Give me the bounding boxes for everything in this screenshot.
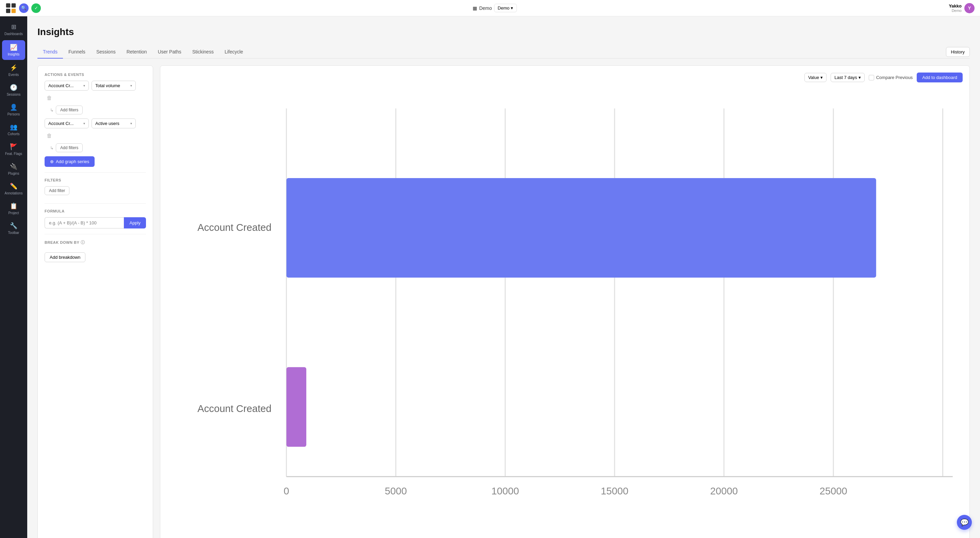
series-a-add-filter-button[interactable]: Add filters <box>56 105 83 114</box>
right-panel: Value ▾ Last 7 days ▾ Compare Previous A… <box>160 65 970 538</box>
series-a-metric-dropdown[interactable]: Total volume ▾ <box>92 81 136 91</box>
chevron-down-icon: ▾ <box>859 75 861 80</box>
sidebar-item-dashboards[interactable]: ⊞ Dashboards <box>0 20 27 40</box>
tab-lifecycle[interactable]: Lifecycle <box>219 46 248 59</box>
sidebar-item-insights[interactable]: 📈 Insights <box>2 40 25 60</box>
svg-rect-3 <box>11 8 16 13</box>
actions-events-title: ACTIONS & EVENTS <box>45 72 146 77</box>
x-label-0: 0 <box>284 485 289 496</box>
toolbar-icon: 🔧 <box>10 222 18 230</box>
cohorts-icon: 👥 <box>10 123 18 131</box>
arrow-icon: ↳ <box>50 145 54 150</box>
series-b-event-label: Account Cr... <box>48 121 73 126</box>
chart-controls: Value ▾ Last 7 days ▾ Compare Previous A… <box>167 72 963 82</box>
x-label-15000: 15000 <box>601 485 628 496</box>
value-label: Value <box>808 75 819 80</box>
history-button[interactable]: History <box>946 47 970 57</box>
sidebar-label-annotations: Annotations <box>5 192 23 195</box>
app-body: ⊞ Dashboards 📈 Insights ⚡ Events 🕐 Sessi… <box>0 16 980 538</box>
series-a-event-label: Account Cr... <box>48 83 73 88</box>
sidebar-label-project: Project <box>8 211 19 215</box>
sidebar-item-cohorts[interactable]: 👥 Cohorts <box>0 120 27 140</box>
chevron-down-icon: ▾ <box>83 121 85 125</box>
divider-3 <box>45 234 146 234</box>
chat-button[interactable]: 💬 <box>957 515 972 530</box>
series-a-event-dropdown[interactable]: Account Cr... ▾ <box>45 81 89 91</box>
project-icon: ▦ <box>473 5 477 11</box>
tab-funnels[interactable]: Funnels <box>63 46 91 59</box>
sidebar-item-annotations[interactable]: ✏️ Annotations <box>0 179 27 199</box>
sidebar-label-plugins: Plugins <box>8 172 19 176</box>
compare-previous-label[interactable]: Compare Previous <box>869 75 913 80</box>
user-name: Yakko <box>949 3 962 8</box>
x-label-5000: 5000 <box>385 485 407 496</box>
chevron-down-icon: ▾ <box>130 121 132 125</box>
project-dropdown[interactable]: Demo ▾ <box>494 4 517 12</box>
chevron-down-icon: ▾ <box>130 84 132 88</box>
formula-input[interactable] <box>45 217 124 228</box>
series-a-delete-button[interactable]: 🗑 <box>45 93 54 103</box>
tab-stickiness[interactable]: Stickiness <box>187 46 219 59</box>
sidebar-item-plugins[interactable]: 🔌 Plugins <box>0 160 27 179</box>
search-button[interactable]: 🔍 <box>19 3 29 13</box>
sidebar-item-events[interactable]: ⚡ Events <box>0 61 27 80</box>
series-b-add-filter-button[interactable]: Add filters <box>56 144 83 152</box>
insights-icon: 📈 <box>10 43 18 51</box>
series-b-metric-dropdown[interactable]: Active users ▾ <box>92 118 136 128</box>
avatar[interactable]: Y <box>964 3 975 13</box>
arrow-icon: ↳ <box>50 108 54 113</box>
x-label-10000: 10000 <box>492 485 519 496</box>
sidebar: ⊞ Dashboards 📈 Insights ⚡ Events 🕐 Sessi… <box>0 16 27 538</box>
period-label: Last 7 days <box>834 75 857 80</box>
series-a-filter-row: ↳ Add filters <box>50 105 146 114</box>
tab-retention[interactable]: Retention <box>121 46 153 59</box>
tab-sessions[interactable]: Sessions <box>91 46 121 59</box>
page-title: Insights <box>37 27 970 37</box>
add-series-button[interactable]: ⊕ Add graph series <box>45 156 95 167</box>
sidebar-item-sessions[interactable]: 🕐 Sessions <box>0 80 27 100</box>
value-dropdown[interactable]: Value ▾ <box>804 73 827 82</box>
bar-series-b <box>286 367 306 447</box>
app-logo <box>5 3 16 14</box>
sidebar-item-persons[interactable]: 👤 Persons <box>0 100 27 120</box>
tab-trends[interactable]: Trends <box>37 46 63 59</box>
annotations-icon: ✏️ <box>10 182 18 190</box>
main-content: Insights Trends Funnels Sessions Retenti… <box>27 16 980 538</box>
project-name: Demo <box>479 5 492 11</box>
svg-rect-2 <box>6 8 10 13</box>
content-panel: ACTIONS & EVENTS Account Cr... ▾ Total v… <box>37 65 970 538</box>
add-to-dashboard-button[interactable]: Add to dashboard <box>917 72 963 82</box>
chevron-down-icon: ▾ <box>83 84 85 88</box>
project-icon: 📋 <box>10 202 18 210</box>
add-breakdown-button[interactable]: Add breakdown <box>45 252 86 262</box>
svg-rect-1 <box>11 3 16 7</box>
series-a-metric-label: Total volume <box>95 83 120 88</box>
compare-previous-text: Compare Previous <box>876 75 913 80</box>
add-filter-button[interactable]: Add filter <box>45 186 69 195</box>
series-b-delete-button[interactable]: 🗑 <box>45 131 54 140</box>
check-button[interactable]: ✓ <box>31 3 41 13</box>
topbar-center: ▦ Demo Demo ▾ <box>473 4 517 12</box>
tab-user-paths[interactable]: User Paths <box>153 46 187 59</box>
plugins-icon: 🔌 <box>10 163 18 170</box>
apply-button[interactable]: Apply <box>124 217 146 228</box>
topbar-right: Yakko Demo Y <box>949 3 975 13</box>
tabs: Trends Funnels Sessions Retention User P… <box>37 46 970 59</box>
y-label-a: Account Created <box>197 222 272 233</box>
sidebar-item-project[interactable]: 📋 Project <box>0 199 27 219</box>
series-b-event-dropdown[interactable]: Account Cr... ▾ <box>45 118 89 128</box>
topbar: 🔍 ✓ ▦ Demo Demo ▾ Yakko Demo Y <box>0 0 980 16</box>
sidebar-label-toolbar: Toolbar <box>8 231 19 235</box>
y-label-b: Account Created <box>197 403 272 414</box>
chevron-down-icon: ▾ <box>821 75 823 80</box>
sidebar-item-toolbar[interactable]: 🔧 Toolbar <box>0 219 27 238</box>
persons-icon: 👤 <box>10 104 18 111</box>
period-dropdown[interactable]: Last 7 days ▾ <box>830 73 865 82</box>
sessions-icon: 🕐 <box>10 84 18 91</box>
sidebar-item-feat-flags[interactable]: 🚩 Feat. Flags <box>0 140 27 160</box>
project-dropdown-label: Demo <box>498 5 510 11</box>
sidebar-label-insights: Insights <box>8 53 19 56</box>
compare-previous-checkbox[interactable] <box>869 75 874 80</box>
sidebar-label-persons: Persons <box>8 112 20 117</box>
breakdown-title-text: BREAK DOWN BY <box>45 240 79 244</box>
